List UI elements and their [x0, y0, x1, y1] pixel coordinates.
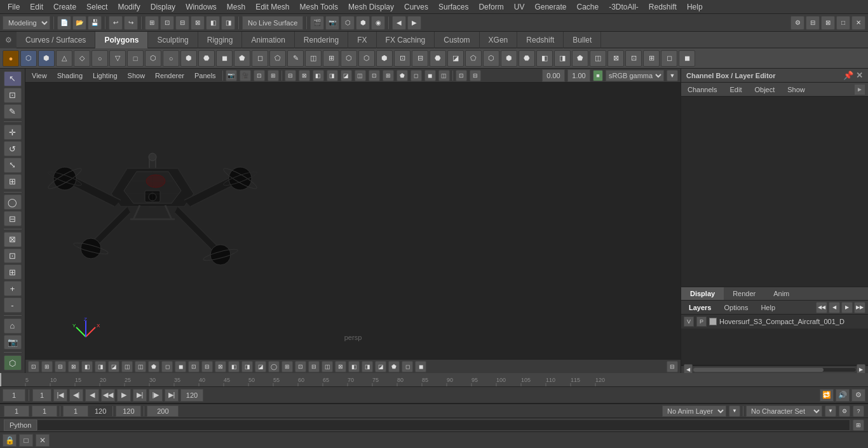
tab-settings-icon[interactable]: ⚙	[0, 32, 17, 48]
playback-end-input[interactable]: 120	[180, 389, 203, 402]
character-set-arrow[interactable]: ▼	[825, 405, 836, 417]
shelf-icon-7[interactable]: □	[127, 50, 144, 67]
shelf-icon-11[interactable]: ⬣	[198, 50, 215, 67]
vb-btn17[interactable]: ◨	[241, 361, 253, 372]
shelf-icon-32[interactable]: ⬟	[572, 50, 588, 67]
vb-btn15[interactable]: ⊠	[215, 361, 226, 372]
vt-wireframe-btn[interactable]: ⊠	[299, 70, 310, 81]
minus-btn[interactable]: -	[4, 297, 22, 313]
channel-box-close-btn[interactable]: ✕	[856, 71, 863, 80]
render-btn[interactable]: 🎬	[310, 16, 324, 30]
snap-view-lt-btn[interactable]: ⊞	[4, 264, 22, 280]
vt-display3-btn[interactable]: ◼	[424, 70, 436, 81]
select-tool-btn[interactable]: ↖	[4, 71, 22, 86]
menu-deform[interactable]: Deform	[473, 1, 508, 13]
resize1-btn[interactable]: ⊟	[806, 16, 820, 30]
status-settings-btn[interactable]: ⚙	[839, 405, 850, 417]
shelf-icon-30[interactable]: ◧	[536, 50, 553, 67]
vt-camera4-icon[interactable]: ⊞	[268, 70, 279, 81]
vt-scene-btn[interactable]: ⊟	[470, 70, 481, 81]
rp-tab-render[interactable]: Render	[724, 287, 764, 300]
rp-sub-options[interactable]: Options	[719, 303, 753, 312]
snap-grid-lt-btn[interactable]: ⊠	[4, 232, 22, 247]
vt-light-btn[interactable]: ◪	[341, 70, 352, 81]
current-frame-input[interactable]: 1	[3, 389, 25, 402]
vt-smooth-btn[interactable]: ◧	[313, 70, 324, 81]
menu-file[interactable]: File	[3, 1, 25, 13]
vt-camera-icon[interactable]: 📷	[226, 70, 237, 81]
next-keyframe-btn[interactable]: ▶|	[133, 389, 147, 402]
shelf-icon-5[interactable]: ○	[92, 50, 108, 67]
shelf-icon-9[interactable]: ○	[163, 50, 179, 67]
vt-view[interactable]: View	[28, 71, 51, 80]
resize3-btn[interactable]: □	[836, 16, 850, 30]
vb-btn1[interactable]: ⊡	[28, 361, 39, 372]
shelf-icon-6[interactable]: ▽	[109, 50, 126, 67]
status-frame1[interactable]	[4, 405, 29, 417]
vb-btn7[interactable]: ◪	[108, 361, 119, 372]
shelf-icon-12[interactable]: ◼	[216, 50, 233, 67]
extra1-btn[interactable]: ◀	[392, 16, 406, 30]
scale-tool-btn[interactable]: ⤡	[4, 158, 22, 173]
shelf-icon-34[interactable]: ⊠	[607, 50, 624, 67]
snap-grid-btn[interactable]: ⊞	[145, 16, 159, 30]
snap-curve-btn[interactable]: ⊡	[160, 16, 174, 30]
shelf-icon-26[interactable]: ⬠	[465, 50, 482, 67]
go-start-btn[interactable]: |◀	[53, 389, 67, 402]
playback-start-input[interactable]	[32, 389, 51, 402]
rp-tab-display[interactable]: Display	[681, 287, 724, 300]
vb-btn11[interactable]: ◻	[161, 361, 173, 372]
color-space-menu-btn[interactable]: ▼	[667, 70, 678, 81]
snap-view-btn[interactable]: ⊠	[191, 16, 205, 30]
status-help-btn[interactable]: ?	[853, 405, 864, 417]
vb-btn26[interactable]: ◨	[362, 361, 373, 372]
menu-select[interactable]: Select	[81, 1, 112, 13]
window-close-btn[interactable]: ✕	[36, 434, 50, 447]
shelf-icon-3[interactable]: △	[56, 50, 72, 67]
vb-btn21[interactable]: ⊡	[295, 361, 306, 372]
vb-expand-btn[interactable]: ⊟	[667, 361, 678, 372]
shelf-icon-35[interactable]: ⊡	[625, 50, 642, 67]
tab-sculpting[interactable]: Sculpting	[148, 32, 198, 48]
render2-btn[interactable]: 📷	[325, 16, 339, 30]
color-space-btn[interactable]: ■	[593, 70, 603, 81]
menu-help[interactable]: Help	[682, 1, 708, 13]
vb-btn9[interactable]: ◫	[135, 361, 146, 372]
vb-btn2[interactable]: ⊞	[41, 361, 53, 372]
vb-btn8[interactable]: ◫	[121, 361, 133, 372]
vb-btn18[interactable]: ◪	[255, 361, 266, 372]
menu-uv[interactable]: UV	[509, 1, 530, 13]
go-end-btn[interactable]: ▶|	[165, 389, 179, 402]
tab-fx-caching[interactable]: FX Caching	[377, 32, 435, 48]
new-scene-btn[interactable]: 📄	[57, 16, 71, 30]
save-btn[interactable]: 💾	[88, 16, 102, 30]
shelf-icon-20[interactable]: ⬡	[358, 50, 375, 67]
vb-btn23[interactable]: ◫	[322, 361, 333, 372]
shelf-icon-14[interactable]: ◻	[252, 50, 268, 67]
shelf-icon-31[interactable]: ◨	[554, 50, 571, 67]
close-app-btn[interactable]: ✕	[851, 16, 865, 30]
shelf-icon-4[interactable]: ◇	[74, 50, 90, 67]
rotate-x-input[interactable]	[542, 69, 565, 82]
shelf-icon-17[interactable]: ◫	[305, 50, 322, 67]
tab-rendering[interactable]: Rendering	[295, 32, 348, 48]
settings-btn[interactable]: ⚙	[790, 16, 804, 30]
menu-edit-mesh[interactable]: Edit Mesh	[250, 1, 294, 13]
tab-curves-surfaces[interactable]: Curves / Surfaces	[17, 32, 95, 48]
tab-fx[interactable]: FX	[348, 32, 376, 48]
snap-center-btn[interactable]: ◨	[221, 16, 235, 30]
vt-lighting[interactable]: Lighting	[89, 71, 121, 80]
vt-show[interactable]: Show	[124, 71, 149, 80]
redo-btn[interactable]: ↪	[124, 16, 138, 30]
next-frame-btn[interactable]: |▶	[149, 389, 163, 402]
cb-tab-edit[interactable]: Edit	[723, 83, 748, 97]
workspace-select[interactable]: Modeling	[3, 16, 50, 30]
window-minimize-btn[interactable]: □	[19, 434, 33, 447]
undo-btn[interactable]: ↩	[109, 16, 123, 30]
anim-layer-arrow[interactable]: ▼	[729, 405, 740, 417]
rotate-y-input[interactable]	[567, 69, 590, 82]
shelf-icon-24[interactable]: ⬣	[430, 50, 446, 67]
tab-animation[interactable]: Animation	[242, 32, 294, 48]
render-lt-btn[interactable]: ⬡	[4, 355, 22, 370]
layers-btn3[interactable]: ▶	[841, 302, 853, 313]
